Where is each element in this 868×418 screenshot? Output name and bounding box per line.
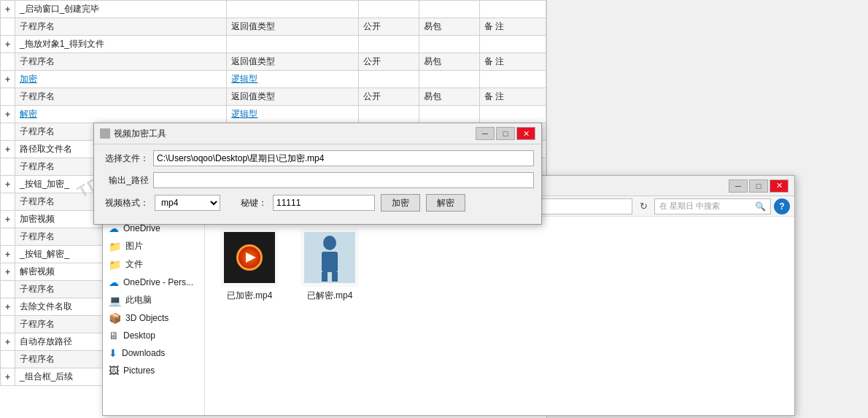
- cell-col5: 备 注: [480, 18, 546, 36]
- file-item-encrypted-file[interactable]: 已加密.mp4: [217, 228, 282, 302]
- row-indent: [1, 316, 15, 333]
- nav-item-label: 文件: [125, 258, 143, 271]
- explorer-nav: ☁OneDrive📁图片📁文件☁OneDrive - Pers...💻此电脑📦3…: [103, 217, 205, 415]
- format-select[interactable]: mp4avimkvmov: [155, 195, 220, 211]
- cell-name: _启动窗口_创建完毕: [15, 1, 227, 18]
- output-path-input[interactable]: [153, 172, 534, 188]
- table-row: +_启动窗口_创建完毕: [1, 1, 546, 18]
- svg-point-0: [323, 236, 336, 250]
- nav-item-label: 此电脑: [125, 294, 152, 306]
- nav-item-label: Downloads: [122, 348, 165, 358]
- explorer-minimize-button[interactable]: ─: [729, 179, 748, 193]
- table-row: +解密逻辑型: [1, 106, 546, 123]
- expand-button[interactable]: +: [1, 368, 15, 386]
- expand-button[interactable]: +: [1, 36, 15, 53]
- cell-col4: 易包: [419, 18, 479, 36]
- cell-return-type: 返回值类型: [227, 88, 358, 106]
- row-indent: [1, 193, 15, 211]
- sidebar-item-3d-objects[interactable]: 📦3D Objects: [103, 309, 204, 327]
- expand-button[interactable]: +: [1, 176, 15, 193]
- nav-item-label: OneDrive: [123, 223, 160, 233]
- table-row: 子程序名返回值类型公开易包备 注: [1, 88, 546, 106]
- cell-name: 解密: [15, 106, 227, 123]
- table-row: +_拖放对象1_得到文件: [1, 36, 546, 53]
- cell-col5: 备 注: [480, 88, 546, 106]
- cell-name: 加密: [15, 71, 227, 88]
- cell-col4: 易包: [419, 88, 479, 106]
- cell-col5: [480, 1, 546, 18]
- explorer-maximize-button[interactable]: □: [749, 179, 768, 193]
- svg-rect-1: [322, 252, 338, 272]
- computer-icon: 💻: [109, 295, 121, 306]
- dialog-maximize-button[interactable]: □: [496, 127, 515, 140]
- downloads-icon: ⬇: [109, 347, 117, 359]
- expand-button[interactable]: +: [1, 106, 15, 123]
- decrypt-button[interactable]: 解密: [426, 194, 465, 212]
- expand-button[interactable]: +: [1, 298, 15, 316]
- cell-name: _拖放对象1_得到文件: [15, 36, 227, 53]
- sidebar-item-this-pc[interactable]: 💻此电脑: [103, 291, 204, 309]
- cell-col5: [480, 71, 546, 88]
- svg-rect-3: [332, 272, 338, 282]
- row-indent: [1, 351, 15, 368]
- nav-item-label: 3D Objects: [125, 313, 168, 323]
- row-indent: [1, 228, 15, 246]
- encrypt-button[interactable]: 加密: [381, 194, 420, 212]
- dialog-title-text: 视频加密工具: [114, 128, 476, 140]
- cell-col4: 易包: [419, 53, 479, 71]
- cell-return-type: 逻辑型: [227, 106, 358, 123]
- sidebar-item-downloads[interactable]: ⬇Downloads: [103, 344, 204, 362]
- desktop-icon: 🖥: [109, 330, 119, 341]
- expand-button[interactable]: +: [1, 246, 15, 263]
- nav-item-label: 图片: [125, 240, 143, 252]
- table-row: 子程序名返回值类型公开易包备 注: [1, 18, 546, 36]
- expand-button[interactable]: +: [1, 333, 15, 351]
- key-label: 秘键：: [241, 197, 267, 209]
- sidebar-item-pictures-folder[interactable]: 📁图片: [103, 237, 204, 255]
- cell-return-type: 返回值类型: [227, 53, 358, 71]
- sidebar-item-onedrive-pers[interactable]: ☁OneDrive - Pers...: [103, 274, 204, 291]
- address-bar-end: ↻: [635, 199, 651, 214]
- cell-col3: 公开: [358, 53, 419, 71]
- expand-button[interactable]: +: [1, 1, 15, 18]
- cell-return-type: [227, 36, 358, 53]
- row-indent: [1, 88, 15, 106]
- expand-button[interactable]: +: [1, 211, 15, 228]
- encrypted-thumbnail: [224, 232, 275, 283]
- expand-button[interactable]: +: [1, 71, 15, 88]
- cell-return-type: 逻辑型: [227, 71, 358, 88]
- search-icon: 🔍: [755, 201, 766, 212]
- key-input[interactable]: [273, 195, 375, 211]
- help-button[interactable]: ?: [774, 198, 790, 214]
- dialog-close-button[interactable]: ✕: [516, 127, 535, 140]
- dialog-body: 选择文件： 输出_路径 视频格式： mp4avimkvmov 秘键： 加密 解密: [94, 144, 541, 217]
- sidebar-item-desktop[interactable]: 🖥Desktop: [103, 327, 204, 344]
- search-bar[interactable]: 在 星期日 中搜索 🔍: [654, 198, 771, 214]
- cell-col5: [480, 36, 546, 53]
- cell-col3: 公开: [358, 88, 419, 106]
- row-indent: [1, 53, 15, 71]
- refresh-button[interactable]: ↻: [635, 199, 651, 214]
- nav-item-label: Pictures: [123, 365, 155, 376]
- cell-col5: 备 注: [480, 53, 546, 71]
- sidebar-item-documents-folder[interactable]: 📁文件: [103, 255, 204, 274]
- dialog-minimize-button[interactable]: ─: [476, 127, 495, 140]
- cell-col4: [419, 71, 479, 88]
- search-placeholder-text: 在 星期日 中搜索: [659, 201, 720, 212]
- cell-col3: [358, 71, 419, 88]
- dialog-controls: ─ □ ✕: [476, 127, 535, 140]
- explorer-body: ☁OneDrive📁图片📁文件☁OneDrive - Pers...💻此电脑📦3…: [103, 217, 794, 415]
- expand-button[interactable]: +: [1, 263, 15, 281]
- row-indent: [1, 18, 15, 36]
- format-key-row: 视频格式： mp4avimkvmov 秘键： 加密 解密: [101, 194, 534, 212]
- video-thumbnail: [304, 232, 355, 283]
- expand-button[interactable]: +: [1, 141, 15, 158]
- cell-col3: [358, 36, 419, 53]
- folder-icon: 📁: [109, 259, 121, 271]
- file-name-label: 已解密.mp4: [307, 290, 353, 302]
- nav-item-label: Desktop: [123, 330, 155, 341]
- file-item-decrypted-file[interactable]: 已解密.mp4: [297, 228, 363, 302]
- file-path-input[interactable]: [153, 150, 534, 166]
- explorer-close-button[interactable]: ✕: [770, 179, 788, 193]
- sidebar-item-pictures[interactable]: 🖼Pictures: [103, 362, 204, 379]
